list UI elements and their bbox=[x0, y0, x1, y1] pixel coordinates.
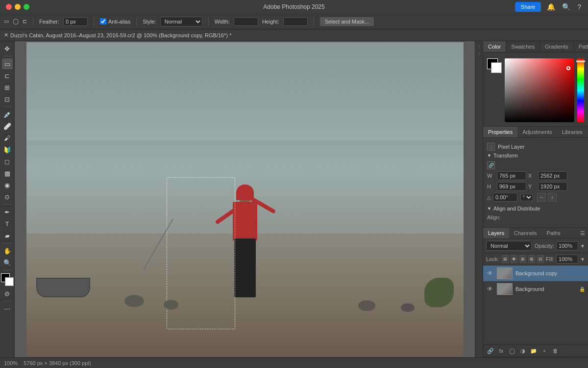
layer-name-bg-copy: Background copy bbox=[515, 270, 585, 276]
height-input[interactable] bbox=[283, 17, 308, 26]
pen-tool[interactable]: ✒ bbox=[2, 207, 13, 217]
transform-header[interactable]: ▼ Transform bbox=[487, 153, 584, 158]
style-select[interactable]: Normal Fixed Ratio Fixed Size bbox=[160, 17, 202, 26]
lock-artboard-icon[interactable]: ⊞ bbox=[519, 255, 526, 263]
tab-patterns[interactable]: Patterns bbox=[574, 41, 588, 52]
canvas-area[interactable] bbox=[15, 41, 475, 357]
tab-swatches[interactable]: Swatches bbox=[506, 41, 540, 52]
tab-gradients[interactable]: Gradients bbox=[540, 41, 574, 52]
y-input[interactable] bbox=[538, 182, 567, 191]
tool-shape-rect[interactable]: ▭ bbox=[4, 18, 9, 25]
delete-layer-btn[interactable]: 🗑 bbox=[551, 346, 560, 355]
clone-tool[interactable]: 🔰 bbox=[2, 144, 13, 155]
fill-input[interactable] bbox=[556, 255, 578, 263]
layers-menu-icon[interactable]: ☰ bbox=[577, 230, 588, 237]
hue-slider[interactable] bbox=[577, 58, 584, 122]
text-tool[interactable]: T bbox=[2, 218, 13, 229]
transform-section: ▼ Transform 🔗 W X H Y bbox=[487, 153, 584, 202]
link-layers-btn[interactable]: 🔗 bbox=[486, 346, 495, 355]
tab-channels[interactable]: Channels bbox=[509, 228, 541, 238]
tools-panel: ✥ ▭ ⊏ ⊞ ⊡ 💉 🩹 🖌 🔰 ◻ ▦ ◉ ⊙ ✒ T ▰ ✋ 🔍 ⊘ ⋯ bbox=[0, 41, 15, 357]
tab-properties[interactable]: Properties bbox=[483, 127, 517, 137]
opacity-input[interactable] bbox=[556, 241, 578, 250]
w-input[interactable] bbox=[497, 171, 526, 180]
transform-link-icon[interactable]: 🔗 bbox=[487, 161, 495, 169]
gradient-tool[interactable]: ▦ bbox=[2, 168, 13, 179]
minimize-button[interactable] bbox=[15, 4, 21, 10]
layers-tabs: Layers Channels Paths ☰ bbox=[483, 228, 588, 239]
align-header[interactable]: ▼ Align and Distribute bbox=[487, 206, 584, 211]
flip-h-icon[interactable]: ↔ bbox=[537, 193, 546, 202]
dodge-tool[interactable]: ⊙ bbox=[2, 191, 13, 202]
move-tool[interactable]: ✥ bbox=[2, 43, 13, 54]
layer-mask-btn[interactable]: ◯ bbox=[508, 346, 516, 355]
zoom-level: 100% bbox=[4, 360, 18, 366]
eyedropper-tool[interactable]: 💉 bbox=[2, 109, 13, 120]
group-layers-btn[interactable]: 📁 bbox=[529, 346, 538, 355]
tool-shape-circle[interactable]: ◯ bbox=[13, 18, 19, 25]
anti-alias-checkbox[interactable] bbox=[100, 18, 106, 25]
help-icon[interactable]: ? bbox=[576, 2, 582, 12]
document-title: Duzzi's Cabin, August 2016–August 23, 20… bbox=[10, 32, 232, 38]
opacity-row: Opacity: ▼ bbox=[535, 241, 585, 250]
extra-tools[interactable]: ⋯ bbox=[2, 303, 13, 314]
lasso-tool[interactable]: ⊏ bbox=[2, 70, 13, 81]
tab-paths[interactable]: Paths bbox=[542, 228, 565, 238]
layer-visibility-bg[interactable]: 👁 bbox=[486, 285, 494, 293]
x-input[interactable] bbox=[538, 171, 567, 180]
color-spectrum[interactable] bbox=[505, 58, 574, 122]
notifications-icon[interactable]: 🔔 bbox=[546, 2, 556, 12]
shape-tool[interactable]: ▰ bbox=[2, 230, 13, 241]
layer-item-background[interactable]: 👁 Background 🔒 bbox=[483, 281, 588, 297]
angle-select[interactable]: ° bbox=[520, 194, 533, 201]
blur-tool[interactable]: ◉ bbox=[2, 180, 13, 190]
marquee-tool[interactable]: ▭ bbox=[2, 58, 13, 69]
search-icon[interactable]: 🔍 bbox=[561, 2, 571, 12]
lock-pixels-icon[interactable]: ⊞ bbox=[502, 255, 509, 263]
style-label: Style: bbox=[143, 19, 156, 25]
tab-adjustments[interactable]: Adjustments bbox=[517, 127, 557, 137]
maximize-button[interactable] bbox=[24, 4, 29, 10]
brush-tool[interactable]: 🖌 bbox=[2, 132, 13, 143]
opacity-chevron[interactable]: ▼ bbox=[580, 243, 585, 249]
spectrum-cursor bbox=[566, 66, 570, 70]
bg-swatch[interactable] bbox=[491, 62, 502, 73]
layer-item-background-copy[interactable]: 👁 Background copy bbox=[483, 265, 588, 281]
adjustment-layer-btn[interactable]: ◑ bbox=[518, 346, 527, 355]
fg-bg-colors[interactable] bbox=[1, 273, 14, 286]
feather-input[interactable] bbox=[63, 17, 88, 26]
fill-chevron[interactable]: ▼ bbox=[580, 257, 585, 262]
flip-v-icon[interactable]: ↕ bbox=[548, 193, 557, 202]
select-mask-button[interactable]: Select and Mask... bbox=[320, 17, 374, 26]
tool-lasso[interactable]: ⊏ bbox=[23, 18, 27, 25]
expand-icon[interactable]: ⋮ bbox=[476, 51, 482, 56]
blend-mode-select[interactable]: Normal Multiply Screen Overlay bbox=[486, 241, 532, 251]
zoom-tool[interactable]: 🔍 bbox=[2, 257, 13, 268]
panel-collapse-toggle[interactable]: ⋮ ⋮ bbox=[475, 41, 483, 357]
collapse-icon[interactable]: ⋮ bbox=[476, 43, 482, 49]
document-tab[interactable]: ✕ Duzzi's Cabin, August 2016–August 23, … bbox=[0, 29, 588, 41]
lock-all-icon[interactable]: ⊞ bbox=[528, 255, 535, 263]
quick-mask-tool[interactable]: ⊘ bbox=[2, 288, 13, 299]
tab-libraries[interactable]: Libraries bbox=[557, 127, 588, 137]
tab-layers[interactable]: Layers bbox=[483, 228, 509, 238]
tool-sep-2 bbox=[2, 106, 12, 107]
background-color[interactable] bbox=[5, 277, 14, 286]
width-input[interactable] bbox=[234, 17, 258, 26]
crop-tool[interactable]: ⊡ bbox=[2, 94, 13, 105]
layer-visibility-bg-copy[interactable]: 👁 bbox=[486, 269, 494, 277]
hand-tool[interactable]: ✋ bbox=[2, 245, 13, 256]
layer-effects-btn[interactable]: fx bbox=[497, 346, 506, 355]
object-select-tool[interactable]: ⊞ bbox=[2, 82, 13, 93]
new-layer-btn[interactable]: + bbox=[540, 346, 549, 355]
healing-tool[interactable]: 🩹 bbox=[2, 121, 13, 131]
lock-position-icon[interactable]: ✥ bbox=[511, 255, 517, 263]
share-button[interactable]: Share bbox=[515, 2, 541, 12]
lock-extra-icon[interactable]: ⊟ bbox=[537, 255, 544, 263]
h-input[interactable] bbox=[497, 182, 526, 191]
angle-input[interactable] bbox=[493, 193, 517, 202]
eraser-tool[interactable]: ◻ bbox=[2, 156, 13, 167]
tab-color[interactable]: Color bbox=[483, 41, 506, 52]
close-tab-icon[interactable]: ✕ bbox=[4, 32, 8, 38]
close-button[interactable] bbox=[6, 4, 12, 10]
